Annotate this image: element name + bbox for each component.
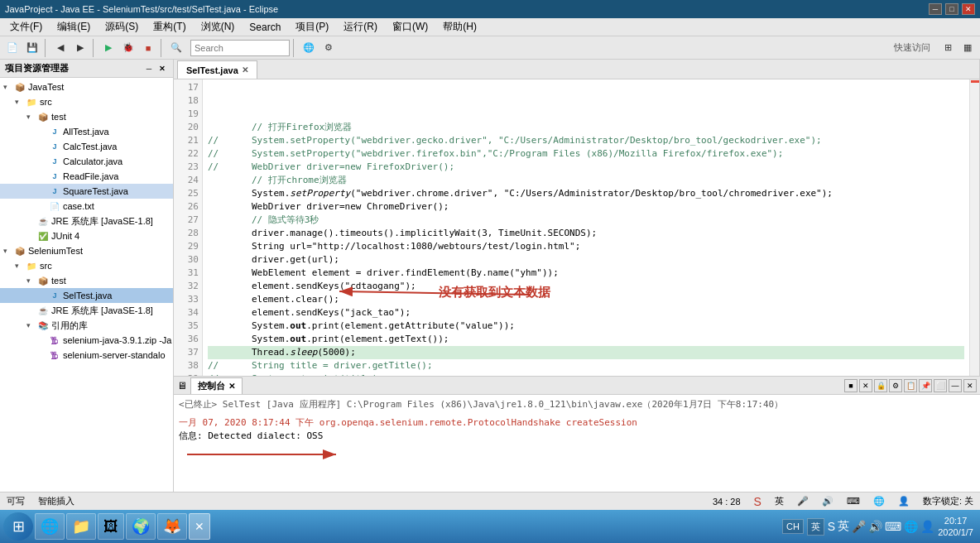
- menu-item-e[interactable]: 编辑(E): [50, 18, 97, 36]
- menu-item-s[interactable]: 源码(S): [98, 18, 145, 36]
- tree-item-alltest[interactable]: JAllTest.java: [0, 124, 173, 139]
- code-area[interactable]: // 打开Firefox浏览器// System.setProperty("we…: [203, 79, 969, 376]
- ime-button[interactable]: CH: [782, 519, 804, 534]
- tree-item-readfile[interactable]: JReadFile.java: [0, 169, 173, 184]
- console-log-1: 一月 07, 2020 8:17:44 下午 org.openqa.seleni…: [179, 416, 975, 430]
- search-input[interactable]: [190, 40, 290, 56]
- console-content[interactable]: <已终止> SelTest [Java 应用程序] C:\Program Fil…: [174, 395, 980, 492]
- tree-item-src1[interactable]: ▾📁src: [0, 94, 173, 109]
- clock-time: 20:17: [938, 515, 973, 526]
- console-copy-btn[interactable]: 📋: [904, 379, 917, 392]
- grid-icon[interactable]: ⊞: [939, 39, 957, 57]
- back-button[interactable]: ◀: [51, 39, 70, 57]
- taskbar: ⊞ 🌐 📁 🖼 🌍 🦊 ✕ CH 英 S 英 🎤 🔊 ⌨ 🌐 👤 20:17 2…: [0, 510, 980, 543]
- menu-item-search[interactable]: Search: [243, 20, 287, 35]
- menu-item-h[interactable]: 帮助(H): [436, 18, 483, 36]
- taskbar-photo[interactable]: 🖼: [98, 513, 124, 540]
- menu-item-w[interactable]: 窗口(W): [386, 18, 435, 36]
- tree-item-selenium-java[interactable]: 🗜selenium-java-3.9.1.zip -Ja: [0, 333, 173, 348]
- line-number-31: 31: [177, 267, 199, 280]
- code-line-17: // 打开Firefox浏览器: [208, 121, 964, 134]
- tab-close-icon[interactable]: ✕: [242, 65, 248, 74]
- line-number-22: 22: [177, 147, 199, 161]
- tree-label-seltest: SelTest.java: [63, 291, 112, 300]
- forward-button[interactable]: ▶: [71, 39, 89, 57]
- globe-icon[interactable]: 🌐: [300, 39, 318, 57]
- package-icon-test1: 📦: [36, 111, 50, 123]
- taskbar-eclipse[interactable]: ✕: [189, 513, 210, 540]
- search-button[interactable]: 🔍: [167, 39, 185, 57]
- menu-item-r[interactable]: 运行(R): [337, 18, 384, 36]
- tree-item-selenium-server[interactable]: 🗜selenium-server-standalo: [0, 348, 173, 363]
- toolbar-separator4: [293, 39, 296, 57]
- debug-button[interactable]: 🐞: [119, 39, 137, 57]
- tree-item-test1[interactable]: ▾📦test: [0, 109, 173, 124]
- tree-item-libs[interactable]: ▾📚引用的库: [0, 318, 173, 333]
- maximize-button[interactable]: □: [945, 3, 958, 15]
- code-line-24: // 隐式等待3秒: [208, 214, 964, 227]
- cursor-position: 34 : 28: [713, 497, 741, 507]
- code-line-26: String url="http://localhost:1080/webtou…: [208, 240, 964, 253]
- console-arrow-svg: [179, 446, 344, 463]
- menubar: 文件(F)编辑(E)源码(S)重构(T)浏览(N)Search项目(P)运行(R…: [0, 18, 980, 36]
- console-settings-btn[interactable]: ⚙: [889, 379, 902, 392]
- code-line-21: // 打开chrome浏览器: [208, 174, 964, 187]
- stop-button[interactable]: ■: [139, 39, 157, 57]
- taskbar-tray: CH 英 S 英 🎤 🔊 ⌨ 🌐 👤 20:17 2020/1/7: [782, 515, 977, 539]
- code-line-30: element.clear();: [208, 293, 964, 306]
- console-tab-close[interactable]: ✕: [228, 382, 235, 391]
- menu-item-p[interactable]: 项目(P): [289, 18, 335, 36]
- minimize-button[interactable]: ─: [929, 3, 942, 15]
- console-pin-btn[interactable]: 📌: [919, 379, 932, 392]
- tree-item-seleniumtest[interactable]: ▾📦SeleniumTest: [0, 243, 173, 258]
- start-button[interactable]: ⊞: [3, 512, 33, 541]
- editor-tab-seltest[interactable]: SelTest.java ✕: [177, 60, 257, 79]
- console-close-btn[interactable]: ✕: [963, 379, 977, 392]
- save-button[interactable]: 💾: [23, 39, 41, 57]
- java-icon-calctest: J: [48, 141, 61, 152]
- new-button[interactable]: 📄: [3, 39, 22, 57]
- menu-item-n[interactable]: 浏览(N): [195, 18, 242, 36]
- console-tabs: 🖥 控制台 ✕ ■ ✕ 🔒 ⚙ 📋 📌 ⬜ — ✕: [174, 377, 980, 395]
- expand-icon-seleniumtest: ▾: [3, 247, 13, 255]
- console-tab-main[interactable]: 控制台 ✕: [190, 377, 243, 394]
- tree-item-jre1[interactable]: ☕JRE 系统库 [JavaSE-1.8]: [0, 214, 173, 228]
- menu-item-t[interactable]: 重构(T): [147, 18, 192, 36]
- tree-item-src2[interactable]: ▾📁src: [0, 258, 173, 273]
- console-terminated-line: <已终止> SelTest [Java 应用程序] C:\Program Fil…: [179, 398, 975, 411]
- settings-icon[interactable]: ⚙: [319, 39, 338, 57]
- console-scroll-lock-btn[interactable]: 🔒: [874, 379, 887, 392]
- code-line-18: // System.setProperty("webdriver.gecko.d…: [208, 134, 964, 147]
- taskbar-explorer[interactable]: 📁: [66, 513, 96, 540]
- clock-date: 2020/1/7: [938, 526, 973, 538]
- taskbar-firefox[interactable]: 🦊: [157, 513, 187, 540]
- taskbar-ie[interactable]: 🌐: [35, 513, 65, 540]
- tree-item-javatest[interactable]: ▾📦JavaTest: [0, 79, 173, 94]
- tree-item-seltest[interactable]: JSelTest.java: [0, 288, 173, 303]
- menu-item-f[interactable]: 文件(F): [3, 18, 49, 36]
- sidebar-collapse-btn[interactable]: ─: [143, 63, 155, 74]
- tree-item-calctest[interactable]: JCalcTest.java: [0, 139, 173, 154]
- console-clear-btn[interactable]: ✕: [859, 379, 872, 392]
- console-collapse-btn[interactable]: —: [949, 379, 962, 392]
- close-button[interactable]: ✕: [962, 3, 975, 15]
- tree-item-test2[interactable]: ▾📦test: [0, 273, 173, 288]
- console-expand-btn[interactable]: ⬜: [934, 379, 947, 392]
- lang-button[interactable]: 英: [807, 518, 824, 536]
- tree-item-jre2[interactable]: ☕JRE 系统库 [JavaSE-1.8]: [0, 303, 173, 318]
- tray-lang: 英: [838, 519, 849, 534]
- line-number-25: 25: [177, 187, 199, 200]
- java-icon-alltest: J: [48, 126, 61, 137]
- tree-item-calculator[interactable]: JCalculator.java: [0, 154, 173, 169]
- tree-item-squaretest[interactable]: JSquareTest.java: [0, 184, 173, 199]
- sidebar-close-btn[interactable]: ✕: [156, 63, 168, 74]
- console-stop-btn[interactable]: ■: [844, 379, 858, 392]
- taskbar-chrome[interactable]: 🌍: [126, 513, 156, 540]
- tray-user: 👤: [920, 520, 934, 533]
- tree-item-casetxt[interactable]: 📄case.txt: [0, 199, 173, 214]
- tree-label-src1: src: [40, 97, 52, 107]
- tree-label-selenium-server: selenium-server-standalo: [63, 350, 166, 360]
- layout-icon[interactable]: ▦: [958, 39, 977, 57]
- run-button[interactable]: ▶: [99, 39, 118, 57]
- tree-item-junit4[interactable]: ✅JUnit 4: [0, 228, 173, 243]
